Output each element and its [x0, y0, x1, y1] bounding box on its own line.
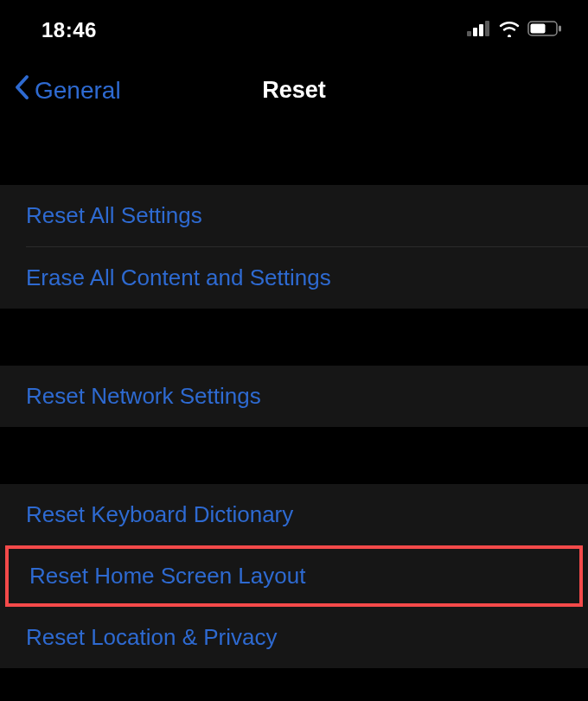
page-title: Reset	[262, 77, 326, 104]
settings-group-2: Reset Network Settings	[0, 366, 588, 427]
erase-all-content-row[interactable]: Erase All Content and Settings	[0, 247, 588, 309]
navigation-bar: General Reset	[0, 54, 588, 128]
svg-rect-2	[479, 24, 483, 36]
status-time: 18:46	[42, 18, 97, 42]
wifi-icon	[498, 20, 521, 41]
reset-location-privacy-row[interactable]: Reset Location & Privacy	[0, 607, 588, 668]
reset-keyboard-dictionary-row[interactable]: Reset Keyboard Dictionary	[0, 484, 588, 545]
highlight-annotation: Reset Home Screen Layout	[5, 545, 583, 607]
section-gap	[0, 128, 588, 185]
back-button[interactable]: General	[0, 74, 121, 106]
settings-group-3: Reset Keyboard Dictionary Reset Home Scr…	[0, 484, 588, 668]
reset-network-settings-row[interactable]: Reset Network Settings	[0, 366, 588, 427]
svg-rect-5	[531, 24, 546, 34]
settings-group-1: Reset All Settings Erase All Content and…	[0, 185, 588, 309]
svg-rect-0	[467, 31, 471, 36]
svg-rect-6	[559, 26, 561, 32]
section-gap	[0, 309, 588, 366]
battery-icon	[527, 21, 562, 40]
cellular-signal-icon	[467, 21, 491, 40]
status-icons	[467, 20, 562, 41]
section-gap	[0, 427, 588, 484]
reset-home-screen-layout-row[interactable]: Reset Home Screen Layout	[9, 549, 579, 603]
status-bar: 18:46	[0, 0, 588, 54]
back-label: General	[35, 77, 121, 105]
svg-rect-1	[473, 28, 477, 36]
chevron-left-icon	[14, 74, 31, 106]
reset-all-settings-row[interactable]: Reset All Settings	[0, 185, 588, 246]
svg-rect-3	[485, 21, 489, 36]
